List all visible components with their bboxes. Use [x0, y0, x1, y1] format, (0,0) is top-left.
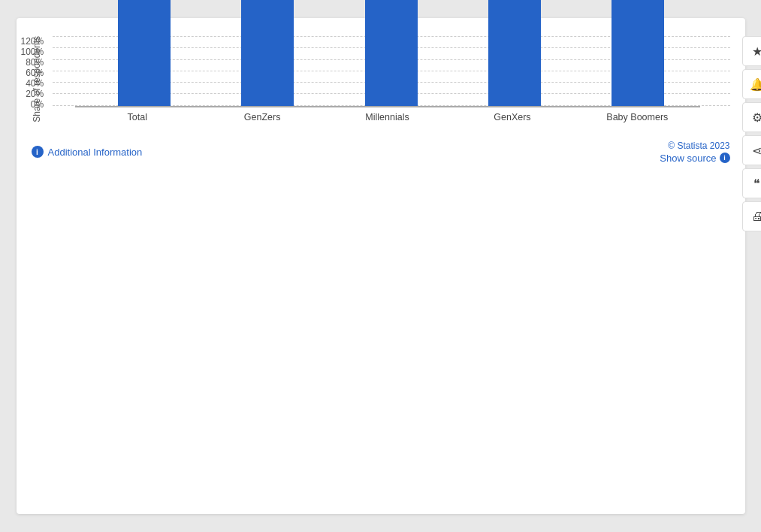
show-source-info-icon: i — [720, 153, 730, 163]
y-tick: 100% — [21, 47, 44, 57]
x-label: GenXers — [450, 112, 575, 122]
x-label: Millennials — [325, 112, 449, 122]
chart-inner: 120%100%80%60%40%20%0% 72%96%87%73%53% T… — [45, 36, 730, 122]
x-label: Baby Boomers — [575, 112, 699, 122]
info-icon: i — [32, 146, 44, 158]
footer-right: © Statista 2023 Show source i — [660, 141, 729, 164]
show-source-button[interactable]: Show source i — [660, 153, 729, 164]
bars-container: 72%96%87%73%53% — [53, 36, 730, 106]
bar-group: 72% — [83, 0, 206, 106]
bar — [488, 0, 541, 106]
additional-info-label: Additional Information — [48, 147, 143, 158]
chart-wrapper: Share of respondents 120%100%80%60%40%20… — [32, 36, 730, 122]
quote-icon[interactable]: ❝ — [742, 168, 762, 198]
bar — [118, 0, 171, 106]
chart-card: Share of respondents 120%100%80%60%40%20… — [17, 18, 745, 514]
y-tick: 40% — [26, 78, 44, 89]
y-tick: 20% — [26, 89, 44, 99]
toolbar: ★🔔⚙⋖❝🖨 — [742, 36, 762, 231]
grid-bars: 120%100%80%60%40%20%0% 72%96%87%73%53% — [53, 36, 730, 106]
bar-group: 87% — [329, 0, 452, 106]
x-label: Total — [75, 112, 200, 122]
additional-info-button[interactable]: i Additional Information — [32, 146, 143, 158]
x-labels: TotalGenZersMillennialsGenXersBaby Boome… — [45, 112, 730, 122]
bar — [365, 0, 418, 106]
gear-icon[interactable]: ⚙ — [742, 102, 762, 132]
x-label: GenZers — [200, 112, 325, 122]
y-tick: 120% — [21, 36, 44, 47]
y-tick: 60% — [26, 68, 44, 78]
footer: i Additional Information © Statista 2023… — [32, 135, 730, 164]
bell-icon[interactable]: 🔔 — [742, 69, 762, 99]
show-source-label: Show source — [660, 153, 716, 164]
x-axis-line — [75, 106, 700, 107]
bar-group: 53% — [576, 0, 699, 106]
star-icon[interactable]: ★ — [742, 36, 762, 66]
share-icon[interactable]: ⋖ — [742, 135, 762, 165]
bar-group: 73% — [453, 0, 576, 106]
copyright: © Statista 2023 — [668, 141, 729, 151]
chart-area: Share of respondents 120%100%80%60%40%20… — [32, 36, 730, 122]
print-icon[interactable]: 🖨 — [742, 201, 762, 231]
bar-group: 96% — [206, 0, 329, 106]
y-ticks: 120%100%80%60%40%20%0% — [21, 36, 44, 82]
y-tick: 80% — [26, 57, 44, 68]
y-tick: 0% — [31, 99, 44, 110]
bar — [612, 0, 664, 106]
bar — [241, 0, 294, 106]
